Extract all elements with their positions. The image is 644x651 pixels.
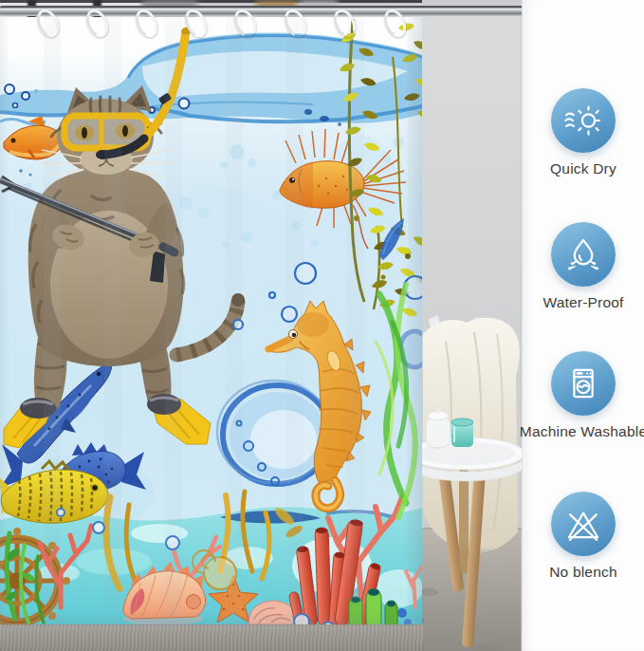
- feature-label: Water-Proof: [543, 294, 623, 311]
- product-photo: Quick Dry Water-Proof: [0, 0, 644, 651]
- feature-label: No blench: [549, 564, 617, 581]
- window-frame-bar: [0, 0, 422, 3]
- no-bleach-crossed-triangle-icon: [551, 492, 616, 556]
- feature-label: Machine Washable: [520, 423, 644, 440]
- quick-dry-sun-icon: [551, 88, 616, 153]
- feature-badge-panel: Quick Dry Water-Proof: [522, 0, 644, 651]
- feature-label: Quick Dry: [550, 160, 616, 177]
- feature-badge-machine-washable: Machine Washable: [523, 351, 644, 440]
- washing-machine-icon: [551, 351, 616, 416]
- teal-cup: [451, 418, 473, 447]
- waterproof-water-drop-icon: [551, 222, 616, 287]
- toiletry-jar: [426, 409, 451, 449]
- shower-rod: [0, 6, 523, 16]
- feature-badge-no-bleach: No blench: [523, 492, 644, 581]
- feature-badge-water-proof: Water-Proof: [523, 222, 644, 311]
- feature-badge-quick-dry: Quick Dry: [523, 88, 644, 177]
- bathroom-props: [422, 16, 523, 651]
- shower-curtain: [0, 17, 422, 624]
- big-bubble: [217, 381, 331, 485]
